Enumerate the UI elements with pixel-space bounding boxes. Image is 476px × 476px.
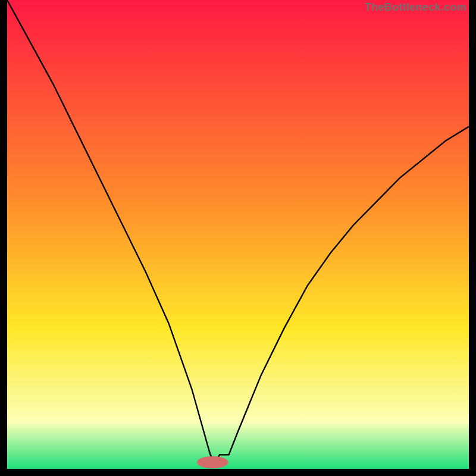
gradient-background <box>7 0 469 469</box>
plot-svg <box>7 0 469 469</box>
plot-area <box>7 0 469 469</box>
optimum-marker <box>197 456 228 468</box>
bottleneck-chart: TheBottleneck.com <box>0 0 476 476</box>
attribution-text: TheBottleneck.com <box>365 1 466 14</box>
